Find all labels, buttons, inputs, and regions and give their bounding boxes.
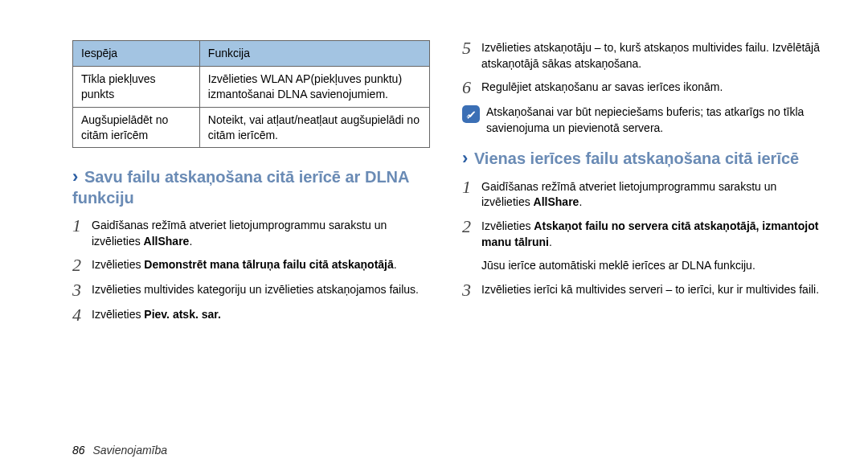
step-number: 2 bbox=[462, 218, 481, 236]
note-text: Atskaņošanai var būt nepieciešams buferi… bbox=[486, 104, 820, 136]
chevron-right-icon: › bbox=[72, 166, 78, 186]
cell-option: Augšupielādēt no citām ierīcēm bbox=[73, 107, 200, 148]
step-text: Izvēlieties multivides kategoriju un izv… bbox=[92, 282, 430, 298]
cell-option: Tīkla piekļuves punkts bbox=[73, 66, 200, 107]
step-number: 2 bbox=[72, 256, 92, 274]
right-title-text: Vienas ierīces failu atskaņošana citā ie… bbox=[474, 149, 799, 167]
info-note: Atskaņošanai var būt nepieciešams buferi… bbox=[462, 104, 820, 136]
step-item: 3Izvēlieties multivides kategoriju un iz… bbox=[72, 282, 430, 299]
cell-function: Izvēlieties WLAN AP(piekļuves punktu) iz… bbox=[199, 66, 429, 107]
step-item: 2Izvēlieties Atskaņot failu no servera c… bbox=[462, 219, 820, 250]
step-item: 3Izvēlieties ierīci kā multivides server… bbox=[462, 282, 820, 299]
left-section-title: › Savu failu atskaņošana citā ierīcē ar … bbox=[72, 166, 430, 208]
step-text: Gaidīšanas režīmā atveriet lietojumprogr… bbox=[481, 179, 820, 211]
step-item: 1Gaidīšanas režīmā atveriet lietojumprog… bbox=[72, 218, 430, 249]
step-text: Izvēlieties Demonstrēt mana tālruņa fail… bbox=[92, 257, 430, 273]
page-footer: 86 Savienojamība bbox=[72, 444, 167, 457]
step-number: 6 bbox=[462, 79, 481, 96]
chevron-right-icon: › bbox=[462, 148, 468, 168]
step-text: Izvēlieties atskaņotāju – to, kurš atska… bbox=[481, 40, 820, 72]
page-section: Savienojamība bbox=[92, 444, 167, 457]
step-number: 5 bbox=[462, 39, 481, 57]
step-item: 5Izvēlieties atskaņotāju – to, kurš atsk… bbox=[462, 40, 820, 72]
table-row: Augšupielādēt no citām ierīcēmNoteikt, v… bbox=[73, 107, 430, 148]
right-section-title: › Vienas ierīces failu atskaņošana citā … bbox=[462, 147, 820, 170]
step-number: 4 bbox=[72, 306, 92, 324]
step-item: 2Izvēlieties Demonstrēt mana tālruņa fai… bbox=[72, 257, 430, 274]
step-item: 6Regulējiet atskaņošanu ar savas ierīces… bbox=[462, 80, 820, 96]
th-function: Funkcija bbox=[199, 41, 429, 67]
step-number: 1 bbox=[72, 217, 92, 235]
note-icon bbox=[462, 105, 480, 123]
aux-text: Jūsu ierīce automātiski meklē ierīces ar… bbox=[481, 258, 820, 274]
options-table: Iespēja Funkcija Tīkla piekļuves punktsI… bbox=[72, 40, 430, 148]
step-item: 4Izvēlieties Piev. atsk. sar. bbox=[72, 307, 430, 324]
page-number: 86 bbox=[72, 444, 85, 457]
step-text: Regulējiet atskaņošanu ar savas ierīces … bbox=[481, 80, 820, 96]
step-text: Izvēlieties Atskaņot failu no servera ci… bbox=[481, 219, 820, 250]
step-text: Izvēlieties ierīci kā multivides serveri… bbox=[481, 282, 820, 298]
th-option: Iespēja bbox=[73, 41, 200, 67]
table-row: Tīkla piekļuves punktsIzvēlieties WLAN A… bbox=[73, 66, 430, 107]
left-column: Iespēja Funkcija Tīkla piekļuves punktsI… bbox=[72, 40, 430, 332]
step-text: Izvēlieties Piev. atsk. sar. bbox=[92, 307, 430, 323]
step-item: 1Gaidīšanas režīmā atveriet lietojumprog… bbox=[462, 179, 820, 211]
step-text: Gaidīšanas režīmā atveriet lietojumprogr… bbox=[92, 218, 430, 249]
cell-function: Noteikt, vai atļaut/neatļaut augšupielād… bbox=[199, 107, 429, 148]
step-number: 3 bbox=[72, 281, 92, 299]
step-number: 3 bbox=[462, 281, 481, 299]
right-column: 5Izvēlieties atskaņotāju – to, kurš atsk… bbox=[462, 40, 820, 332]
left-title-text: Savu failu atskaņošana citā ierīcē ar DL… bbox=[72, 168, 409, 207]
step-number: 1 bbox=[462, 178, 481, 196]
